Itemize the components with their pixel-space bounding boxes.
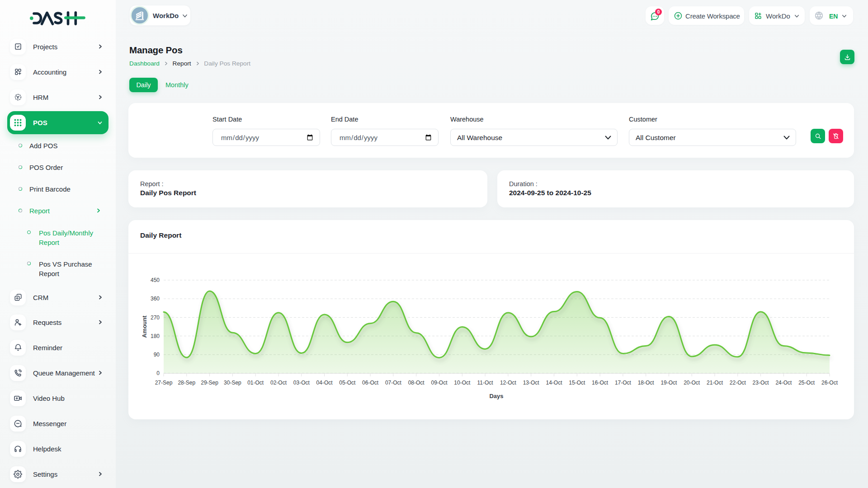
svg-text:90: 90: [154, 352, 160, 358]
svg-text:23-Oct: 23-Oct: [753, 380, 769, 386]
svg-text:01-Oct: 01-Oct: [247, 380, 264, 386]
svg-text:02-Oct: 02-Oct: [270, 380, 287, 386]
svg-text:08-Oct: 08-Oct: [408, 380, 425, 386]
svg-text:29-Sep: 29-Sep: [201, 380, 218, 386]
svg-text:06-Oct: 06-Oct: [362, 380, 379, 386]
svg-text:05-Oct: 05-Oct: [339, 380, 356, 386]
svg-text:13-Oct: 13-Oct: [523, 380, 540, 386]
svg-text:15-Oct: 15-Oct: [569, 380, 585, 386]
svg-text:19-Oct: 19-Oct: [660, 380, 677, 386]
svg-text:450: 450: [151, 277, 160, 283]
svg-text:04-Oct: 04-Oct: [316, 380, 333, 386]
svg-text:09-Oct: 09-Oct: [431, 380, 448, 386]
svg-text:28-Sep: 28-Sep: [178, 380, 195, 386]
svg-text:360: 360: [151, 296, 160, 302]
svg-text:180: 180: [151, 333, 160, 339]
svg-text:16-Oct: 16-Oct: [592, 380, 609, 386]
svg-text:11-Oct: 11-Oct: [477, 380, 494, 386]
svg-text:03-Oct: 03-Oct: [293, 380, 310, 386]
svg-text:10-Oct: 10-Oct: [454, 380, 471, 386]
svg-text:25-Oct: 25-Oct: [798, 380, 815, 386]
svg-text:20-Oct: 20-Oct: [684, 380, 700, 386]
svg-text:270: 270: [151, 314, 160, 321]
svg-text:22-Oct: 22-Oct: [730, 380, 746, 386]
svg-text:21-Oct: 21-Oct: [707, 380, 723, 386]
svg-text:27-Sep: 27-Sep: [155, 380, 173, 386]
svg-text:17-Oct: 17-Oct: [615, 380, 632, 386]
svg-text:12-Oct: 12-Oct: [500, 380, 517, 386]
svg-text:14-Oct: 14-Oct: [546, 380, 562, 386]
svg-text:07-Oct: 07-Oct: [385, 380, 402, 386]
svg-text:24-Oct: 24-Oct: [775, 380, 792, 386]
svg-text:Amount: Amount: [141, 315, 148, 338]
svg-text:26-Oct: 26-Oct: [821, 380, 838, 386]
svg-text:0: 0: [156, 370, 160, 376]
svg-text:18-Oct: 18-Oct: [638, 380, 655, 386]
svg-text:30-Sep: 30-Sep: [224, 380, 241, 386]
svg-text:Days: Days: [489, 393, 503, 399]
